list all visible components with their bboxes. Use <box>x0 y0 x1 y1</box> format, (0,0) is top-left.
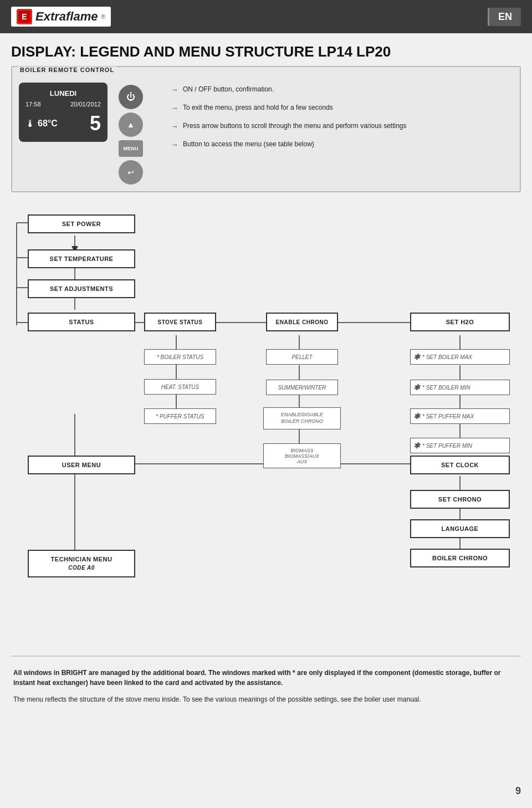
annotation-text-3: Press arrow buttons to scroll through th… <box>183 121 407 131</box>
set-boiler-max-box: ✱ * SET BOILER MAX <box>410 349 510 365</box>
device-time: 17:58 <box>25 101 41 108</box>
annotation-4: → Button to access the menu (see table b… <box>171 140 513 149</box>
annotation-text-2: To exit the menu, press and hold for a f… <box>183 103 333 112</box>
menu-button[interactable]: MENU <box>119 140 143 157</box>
power-button[interactable]: ⏻ <box>119 85 143 109</box>
annotation-2: → To exit the menu, press and hold for a… <box>171 103 513 112</box>
annotation-1: → ON / OFF button, confirmation. <box>171 85 513 94</box>
annotation-text-4: Button to access the menu (see table bel… <box>183 140 314 149</box>
set-temperature-box: SET TEMPERATURE <box>28 249 135 268</box>
divider <box>11 656 521 657</box>
arrow-icon-3: → <box>171 122 178 131</box>
status-box: STATUS <box>28 313 135 331</box>
logo-reg: ® <box>101 14 105 20</box>
set-adjustments-box: SET ADJUSTMENTS <box>28 279 135 298</box>
device-temp-area: 🌡 68°C <box>25 118 58 130</box>
annotation-text-1: ON / OFF button, confirmation. <box>183 85 274 94</box>
technician-menu-box: TECHNICIAN MENU CODE A0 <box>28 550 135 577</box>
pellet-box: PELLET <box>266 349 338 365</box>
device-display: LUNEDI 17:58 20/01/2012 🌡 68°C 5 <box>19 83 108 142</box>
device-date: 20/01/2012 <box>70 101 101 108</box>
heat-status-box: HEAT. STATUS <box>144 379 216 395</box>
enable-chrono-box: ENABLE CHRONO <box>266 313 338 331</box>
enable-disable-chrono-box: ENABLE/DISABLE BOILER CHRONO <box>263 407 341 429</box>
logo-box: E Extraflame® <box>11 7 111 27</box>
boiler-section-label: BOILER REMOTE CONTROL <box>18 67 116 73</box>
boiler-status-box: * BOILER STATUS <box>144 349 216 365</box>
bottom-text-2: The menu reflects the structure of the s… <box>13 694 519 704</box>
set-h2o-box: SET H2O <box>410 313 510 331</box>
set-power-box: SET POWER <box>28 214 135 233</box>
summer-winter-box: SUMMER/WINTER <box>266 380 338 395</box>
device-day: LUNEDI <box>25 89 101 98</box>
logo-icon: E <box>17 9 32 24</box>
set-puffer-min-box: ✱ * SET PUFFER MIN <box>410 438 510 453</box>
set-puffer-max-box: ✱ * SET PUFFER MAX <box>410 408 510 424</box>
bottom-text-section: All windows in BRIGHT are managed by the… <box>11 668 521 704</box>
puffer-status-box: * PUFFER STATUS <box>144 408 216 424</box>
set-clock-box: SET CLOCK <box>410 456 510 474</box>
boiler-chrono-box: BOILER CHRONO <box>410 549 510 567</box>
arrow-icon-4: → <box>171 140 178 149</box>
arrow-icon-2: → <box>171 104 178 112</box>
menu-diagram: SET POWER SET TEMPERATURE SET ADJUSTMENT… <box>11 203 521 647</box>
device-temp: 68°C <box>38 119 58 129</box>
arrow-icon-1: → <box>171 85 178 94</box>
biomass-box: BIOMASS BIOMASS/AUX AUX <box>263 443 341 468</box>
bottom-text-1: All windows in BRIGHT are managed by the… <box>13 668 519 688</box>
user-menu-box: USER MENU <box>28 456 135 474</box>
device-time-date: 17:58 20/01/2012 <box>25 101 101 108</box>
header: E Extraflame® EN <box>0 0 532 33</box>
logo-area: E Extraflame® <box>11 7 111 27</box>
main-content: BOILER REMOTE CONTROL LUNEDI 17:58 20/01… <box>0 66 532 722</box>
boiler-remote-control: BOILER REMOTE CONTROL LUNEDI 17:58 20/01… <box>11 66 521 192</box>
annotations: → ON / OFF button, confirmation. → To ex… <box>154 85 513 158</box>
svg-text:E: E <box>22 12 27 21</box>
thermometer-icon: 🌡 <box>25 118 35 130</box>
annotation-3: → Press arrow buttons to scroll through … <box>171 121 513 131</box>
page-number: 9 <box>515 785 521 797</box>
page-title: DISPLAY: LEGEND AND MENU STRUCTURE LP14 … <box>0 33 532 66</box>
device-power: 5 <box>90 112 101 135</box>
lang-badge: EN <box>488 8 521 26</box>
device-bottom: 🌡 68°C 5 <box>25 112 101 135</box>
control-buttons: ⏻ ▲ MENU ↩ <box>119 85 143 185</box>
logo-text: Extraflame <box>35 9 98 24</box>
stove-status-box: STOVE STATUS <box>144 313 216 331</box>
set-chrono-box: SET CHRONO <box>410 490 510 509</box>
set-boiler-min-box: ✱ * SET BOILER MIN <box>410 380 510 395</box>
language-box: LANGUAGE <box>410 519 510 538</box>
enter-button[interactable]: ↩ <box>119 160 143 185</box>
up-button[interactable]: ▲ <box>119 112 143 137</box>
